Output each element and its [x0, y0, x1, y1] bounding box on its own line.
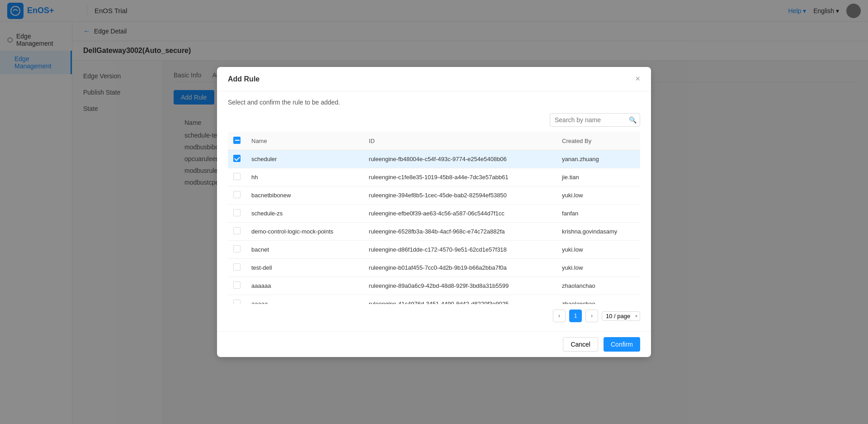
- modal-search-row: 🔍: [228, 113, 640, 127]
- created-by-cell: krishna.govindasamy: [557, 223, 640, 241]
- rule-name-cell: bacnet: [246, 241, 363, 259]
- row-checkbox[interactable]: [233, 173, 241, 180]
- modal-title: Add Rule: [228, 75, 259, 83]
- rule-id-cell: ruleengine-6528fb3a-384b-4acf-968c-e74c7…: [363, 223, 557, 241]
- row-checkbox[interactable]: [233, 281, 241, 289]
- created-by-cell: yuki.low: [557, 259, 640, 277]
- name-header: Name: [246, 132, 363, 150]
- select-all-checkbox[interactable]: [233, 137, 241, 144]
- modal-close-button[interactable]: ×: [635, 74, 640, 84]
- table-row: bacnetbibonewruleengine-394ef8b5-1cec-45…: [228, 186, 640, 205]
- created-by-cell: yanan.zhuang: [557, 150, 640, 168]
- table-row: demo-control-logic-mock-pointsruleengine…: [228, 223, 640, 241]
- rule-name-cell: bacnetbibonew: [246, 186, 363, 205]
- created-by-cell: zhaolanchao: [557, 277, 640, 295]
- rule-name-cell: schedule-zs: [246, 205, 363, 223]
- pagination-row: ‹ 1 › 10 / page 20 / page 50 / page: [228, 304, 640, 324]
- rule-name-cell: aaaaaa: [246, 277, 363, 295]
- next-page-button[interactable]: ›: [585, 310, 598, 322]
- modal-header: Add Rule ×: [217, 67, 651, 91]
- table-row: hhruleengine-c1fe8e35-1019-45b8-a44e-7dc…: [228, 168, 640, 186]
- search-icon: 🔍: [629, 116, 637, 124]
- created-by-cell: yuki.low: [557, 186, 640, 205]
- rule-name-cell: scheduler: [246, 150, 363, 168]
- rule-name-cell: aaaaa: [246, 295, 363, 305]
- table-row: bacnetruleengine-d86f1dde-c172-4570-9e51…: [228, 241, 640, 259]
- rule-id-cell: ruleengine-b01af455-7cc0-4d2b-9b19-b66a2…: [363, 259, 557, 277]
- cancel-button[interactable]: Cancel: [563, 337, 598, 352]
- row-checkbox[interactable]: [233, 263, 241, 271]
- rule-id-cell: ruleengine-89a0a6c9-42bd-48d8-929f-3bd8a…: [363, 277, 557, 295]
- modal-footer: Cancel Confirm: [217, 331, 651, 357]
- rule-id-cell: ruleengine-41c4976d-3451-4490-8d42-d8220…: [363, 295, 557, 305]
- modal-overlay: Add Rule × Select and confirm the rule t…: [0, 0, 868, 424]
- created-by-cell: fanfan: [557, 205, 640, 223]
- per-page-select-wrap: 10 / page 20 / page 50 / page: [602, 311, 640, 321]
- select-all-header: [228, 132, 246, 150]
- row-checkbox[interactable]: [233, 209, 241, 216]
- modal-description: Select and confirm the rule to be added.: [228, 99, 640, 106]
- modal-body: Select and confirm the rule to be added.…: [217, 91, 651, 331]
- created-by-cell: yuki.low: [557, 241, 640, 259]
- id-header: ID: [363, 132, 557, 150]
- row-checkbox[interactable]: [233, 245, 241, 252]
- created-by-cell: zhaolanchao: [557, 295, 640, 305]
- rule-name-cell: test-dell: [246, 259, 363, 277]
- created-by-header: Created By: [557, 132, 640, 150]
- row-checkbox[interactable]: [233, 227, 241, 234]
- rule-table-container: Name ID Created By schedulerruleengine-f…: [228, 132, 640, 304]
- rule-id-cell: ruleengine-d86f1dde-c172-4570-9e51-62cd1…: [363, 241, 557, 259]
- row-checkbox[interactable]: [233, 300, 241, 304]
- per-page-select[interactable]: 10 / page 20 / page 50 / page: [602, 311, 640, 321]
- table-header-row: Name ID Created By: [228, 132, 640, 150]
- rule-id-cell: ruleengine-efbe0f39-ae63-4c56-a587-06c54…: [363, 205, 557, 223]
- search-input[interactable]: [550, 113, 640, 127]
- search-input-wrap: 🔍: [550, 113, 640, 127]
- table-row: aaaaaruleengine-41c4976d-3451-4490-8d42-…: [228, 295, 640, 305]
- table-row: schedule-zsruleengine-efbe0f39-ae63-4c56…: [228, 205, 640, 223]
- rule-id-cell: ruleengine-394ef8b5-1cec-45de-bab2-82594…: [363, 186, 557, 205]
- row-checkbox[interactable]: [233, 155, 241, 162]
- add-rule-modal: Add Rule × Select and confirm the rule t…: [217, 67, 651, 357]
- rule-id-cell: ruleengine-c1fe8e35-1019-45b8-a44e-7dc3e…: [363, 168, 557, 186]
- created-by-cell: jie.tian: [557, 168, 640, 186]
- rule-name-cell: hh: [246, 168, 363, 186]
- table-row: schedulerruleengine-fb48004e-c54f-493c-9…: [228, 150, 640, 168]
- rule-id-cell: ruleengine-fb48004e-c54f-493c-9774-e254e…: [363, 150, 557, 168]
- confirm-button[interactable]: Confirm: [604, 337, 640, 352]
- table-row: test-dellruleengine-b01af455-7cc0-4d2b-9…: [228, 259, 640, 277]
- rule-table: Name ID Created By schedulerruleengine-f…: [228, 132, 640, 304]
- page-1-button[interactable]: 1: [569, 310, 582, 322]
- rule-name-cell: demo-control-logic-mock-points: [246, 223, 363, 241]
- prev-page-button[interactable]: ‹: [553, 310, 566, 322]
- table-row: aaaaaaruleengine-89a0a6c9-42bd-48d8-929f…: [228, 277, 640, 295]
- row-checkbox[interactable]: [233, 191, 241, 198]
